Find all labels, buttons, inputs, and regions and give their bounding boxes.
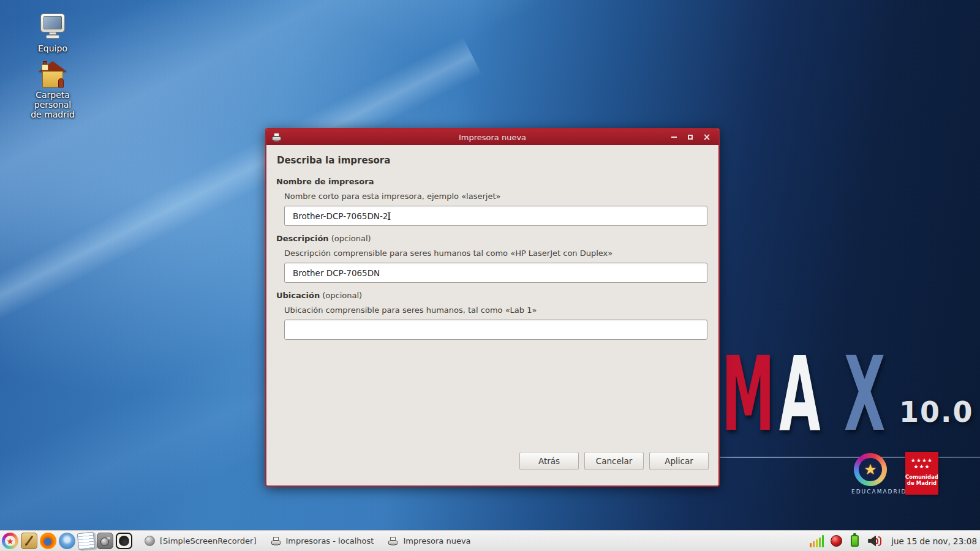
volume-wave-icon bbox=[878, 536, 881, 546]
task-impresoras-localhost[interactable]: Impresoras - localhost bbox=[271, 536, 374, 545]
text-editor-icon[interactable] bbox=[21, 533, 37, 549]
max-menu-icon[interactable]: ★ bbox=[2, 533, 18, 549]
computer-icon bbox=[40, 13, 66, 42]
printer-name-label: Nombre de impresora bbox=[276, 177, 709, 186]
chromium-icon[interactable] bbox=[59, 533, 75, 549]
task-simplescreenrecorder[interactable]: [SimpleScreenRecorder] bbox=[145, 536, 257, 546]
status-red-sphere-icon[interactable] bbox=[831, 535, 842, 547]
printer-name-hint: Nombre corto para esta impresora, ejempl… bbox=[284, 192, 709, 201]
dialog-heading: Describa la impresora bbox=[277, 155, 709, 166]
madrid-flag-stars-row1: ★★★★ bbox=[905, 452, 938, 463]
system-tray: jue 15 de nov, 23:08 bbox=[810, 535, 980, 547]
max-logo-version: 10.0 bbox=[899, 395, 974, 429]
taskbar: ★ [SimpleScreenRecorder] Impresoras - lo… bbox=[0, 530, 980, 551]
comunidad-label: Comunidad de Madrid bbox=[905, 474, 938, 486]
screen-recorder-icon[interactable] bbox=[116, 533, 132, 549]
madrid-flag-stars-row2: ★★★ bbox=[905, 463, 938, 470]
printer-icon bbox=[271, 537, 281, 545]
maximize-icon bbox=[688, 135, 693, 140]
printer-icon bbox=[388, 537, 398, 545]
screenshot-tool-icon[interactable] bbox=[97, 533, 113, 549]
cancel-button[interactable]: Cancelar bbox=[584, 452, 644, 470]
printer-name-input[interactable] bbox=[284, 206, 707, 226]
dialog-button-row: Atrás Cancelar Aplicar bbox=[519, 452, 709, 470]
desktop-icon-carpeta-personal[interactable]: Carpeta personal de madrid bbox=[16, 61, 89, 119]
max-logo-letter-x: X bbox=[844, 343, 885, 446]
menu-star-icon: ★ bbox=[2, 533, 18, 549]
speaker-icon bbox=[868, 536, 876, 547]
location-label: Ubicación (opcional) bbox=[276, 291, 709, 300]
max-logo-letter-a: A bbox=[779, 343, 821, 446]
maximize-button[interactable] bbox=[686, 133, 695, 141]
impresora-nueva-window: Impresora nueva × Describa la impresora … bbox=[265, 128, 720, 487]
desktop-icon-label: Equipo bbox=[16, 43, 89, 53]
desktop-icon-label: Carpeta personal de madrid bbox=[16, 90, 89, 119]
home-folder-icon bbox=[38, 61, 67, 89]
educamadrid-wordmark: EducaMadrid bbox=[851, 489, 889, 495]
apply-button[interactable]: Aplicar bbox=[649, 452, 709, 470]
description-input[interactable] bbox=[284, 263, 707, 283]
minimize-icon bbox=[671, 137, 677, 138]
location-hint: Ubicación comprensible para seres humano… bbox=[284, 305, 709, 315]
description-hint: Descripción comprensible para seres huma… bbox=[284, 249, 709, 258]
desktop-icon-equipo[interactable]: Equipo bbox=[16, 13, 89, 53]
back-button[interactable]: Atrás bbox=[519, 452, 579, 470]
notes-icon[interactable] bbox=[77, 532, 96, 550]
minimize-button[interactable] bbox=[669, 133, 678, 141]
educamadrid-logo: ★ EducaMadrid bbox=[851, 453, 889, 495]
dialog-content: Describa la impresora Nombre de impresor… bbox=[268, 145, 717, 484]
task-impresora-nueva[interactable]: Impresora nueva bbox=[388, 536, 470, 545]
max-logo-letter-m: M bbox=[722, 343, 775, 446]
educamadrid-star-icon: ★ bbox=[851, 453, 889, 486]
taskbar-launchers: ★ bbox=[0, 533, 132, 549]
window-title: Impresora nueva bbox=[266, 133, 718, 142]
pencil-icon bbox=[26, 536, 34, 545]
battery-icon[interactable] bbox=[851, 535, 859, 547]
firefox-icon[interactable] bbox=[40, 533, 56, 549]
volume-icon[interactable] bbox=[868, 535, 883, 547]
window-titlebar[interactable]: Impresora nueva × bbox=[266, 129, 718, 145]
close-button[interactable]: × bbox=[703, 133, 711, 141]
printer-icon bbox=[272, 133, 282, 141]
location-input[interactable] bbox=[284, 320, 707, 340]
comunidad-de-madrid-logo: ★★★★ ★★★ Comunidad de Madrid bbox=[905, 452, 938, 495]
window-controls: × bbox=[669, 129, 711, 145]
network-signal-icon[interactable] bbox=[810, 535, 824, 547]
taskbar-clock[interactable]: jue 15 de nov, 23:08 bbox=[889, 536, 977, 546]
screenrecorder-tray-icon bbox=[145, 536, 155, 546]
description-label: Descripción (opcional) bbox=[276, 234, 709, 243]
